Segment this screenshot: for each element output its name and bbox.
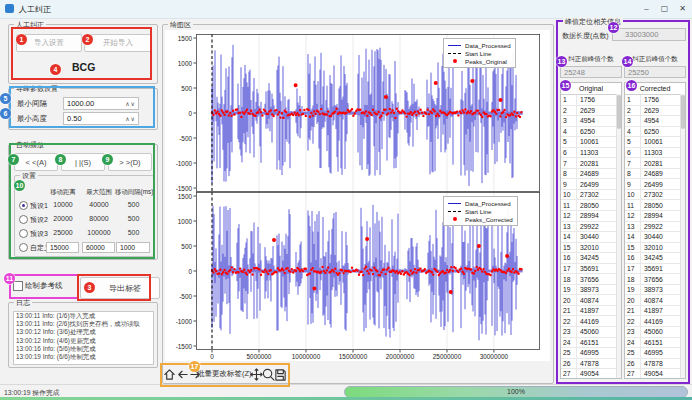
preset-radio-4[interactable] (19, 243, 28, 252)
table-row[interactable]: 11756 (561, 95, 621, 106)
peak-sample-value: 34245 (641, 254, 663, 261)
peak-sample-value: 44169 (577, 318, 599, 325)
table-row[interactable]: 1735691 (561, 264, 621, 275)
table-row[interactable]: 720281 (561, 158, 621, 169)
table-row[interactable]: 510061 (625, 137, 685, 148)
batch-edit-labels-button[interactable]: 批量更改标签(Z) (197, 369, 252, 379)
table-row[interactable]: 2749054 (561, 369, 621, 379)
table-row[interactable]: 1128050 (625, 200, 685, 211)
table-row[interactable]: 1027302 (561, 190, 621, 201)
table-row[interactable]: 2446151 (561, 338, 621, 349)
table-row[interactable]: 720281 (625, 158, 685, 169)
table-row[interactable]: 2345060 (625, 327, 685, 338)
y-tick-label: -1500 (164, 343, 192, 350)
table-row[interactable]: 2647878 (625, 359, 685, 370)
table-row[interactable]: 2244169 (561, 316, 621, 327)
legend-entry: Start Line (448, 49, 511, 57)
scrollbar-thumb[interactable] (681, 95, 685, 129)
table-row[interactable]: 926499 (625, 179, 685, 190)
table-row[interactable]: 2546995 (625, 348, 685, 359)
peak-sample-value: 28994 (641, 212, 663, 219)
table-row[interactable]: 824689 (561, 169, 621, 180)
table-row[interactable]: 1228994 (561, 211, 621, 222)
app-icon (5, 4, 14, 13)
min-interval-spinbox[interactable]: 1000.00 (63, 97, 139, 110)
table-row[interactable]: 2749054 (625, 369, 685, 379)
save-icon[interactable] (274, 368, 287, 381)
table-row[interactable]: 1228994 (625, 211, 685, 222)
row-index: 21 (561, 306, 577, 316)
table-row[interactable]: 1837656 (561, 274, 621, 285)
preset-radio-2[interactable] (19, 215, 28, 224)
table-row[interactable]: 1532010 (561, 243, 621, 254)
table-row[interactable]: 22629 (625, 106, 685, 117)
table-row[interactable]: 46250 (625, 127, 685, 138)
row-index: 6 (561, 148, 577, 158)
table-row[interactable]: 1329922 (625, 222, 685, 233)
peak-sample-value: 27302 (577, 191, 599, 198)
close-button[interactable]: ✕ (675, 2, 690, 16)
scrollbar-thumb[interactable] (617, 95, 621, 129)
table-scrollbar[interactable] (680, 94, 685, 378)
table-row[interactable]: 2244169 (625, 316, 685, 327)
table-row[interactable]: 1027302 (625, 190, 685, 201)
table-row[interactable]: 11756 (625, 95, 685, 106)
annotation-badge-15: 15 (560, 80, 571, 91)
table-row[interactable]: 46250 (561, 127, 621, 138)
table-row[interactable]: 22629 (561, 106, 621, 117)
preset-radio-3[interactable] (19, 229, 28, 238)
table-row[interactable]: 611303 (625, 148, 685, 159)
min-height-spinbox[interactable]: 0.50 (63, 112, 139, 125)
custom-value-input-3[interactable]: 1000 (116, 242, 150, 253)
table-row[interactable]: 1837656 (625, 274, 685, 285)
reference-line-checkbox[interactable] (13, 281, 23, 291)
row-index: 15 (561, 243, 577, 253)
table-row[interactable]: 2040874 (561, 295, 621, 306)
home-icon[interactable] (163, 368, 176, 381)
table-row[interactable]: 2141897 (561, 306, 621, 317)
custom-value-input-1[interactable]: 15000 (46, 242, 79, 253)
spinner-up-down-icon[interactable] (125, 100, 136, 107)
custom-value-input-2[interactable]: 60000 (82, 242, 115, 253)
table-row[interactable]: 926499 (561, 179, 621, 190)
table-row[interactable]: 2141897 (625, 306, 685, 317)
table-row[interactable]: 1329922 (561, 222, 621, 233)
table-row[interactable]: 1128050 (561, 200, 621, 211)
table-row[interactable]: 1938973 (625, 285, 685, 296)
minimize-button[interactable]: – (639, 2, 654, 16)
table-row[interactable]: 2040874 (625, 295, 685, 306)
table-row[interactable]: 1430440 (625, 232, 685, 243)
table-row[interactable]: 2546995 (561, 348, 621, 359)
table-row[interactable]: 510061 (561, 137, 621, 148)
row-index: 7 (625, 158, 641, 168)
table-scrollbar[interactable] (616, 94, 621, 378)
original-peaks-table[interactable]: Original11756226293495446250510061611303… (560, 82, 622, 379)
back-icon[interactable] (176, 368, 189, 381)
table-row[interactable]: 1634245 (561, 253, 621, 264)
table-row[interactable]: 2446151 (625, 338, 685, 349)
table-row[interactable]: 1735691 (625, 264, 685, 275)
table-row[interactable]: 611303 (561, 148, 621, 159)
preset-radio-1[interactable] (19, 201, 28, 210)
forward-button[interactable]: > >(D) (108, 153, 152, 171)
table-row[interactable]: 1634245 (625, 253, 685, 264)
corrected-peaks-table[interactable]: Corrected1175622629349544625051006161130… (624, 82, 686, 379)
y-tick-label: 500 (164, 243, 192, 250)
table-row[interactable]: 1532010 (625, 243, 685, 254)
legend-label: Data_Processed (465, 42, 511, 49)
spinner-up-down-icon[interactable] (125, 115, 136, 122)
pause-button[interactable]: | |(S) (61, 153, 105, 171)
start-import-button[interactable]: 开始导入 (84, 34, 152, 52)
rewind-button[interactable]: < <(A) (14, 153, 58, 171)
table-row[interactable]: 1938973 (561, 285, 621, 296)
row-index: 12 (625, 211, 641, 221)
table-row[interactable]: 34954 (561, 116, 621, 127)
maximize-button[interactable]: ▢ (657, 2, 672, 16)
table-row[interactable]: 1430440 (561, 232, 621, 243)
table-row[interactable]: 2647878 (561, 359, 621, 370)
log-output[interactable]: 13:00:11 Info: (1/6)导入完成13:00:11 Info: (… (13, 311, 154, 365)
settings-header-3: 移动间隔(ms) (115, 188, 152, 197)
table-row[interactable]: 34954 (625, 116, 685, 127)
table-row[interactable]: 824689 (625, 169, 685, 180)
table-row[interactable]: 2345060 (561, 327, 621, 338)
